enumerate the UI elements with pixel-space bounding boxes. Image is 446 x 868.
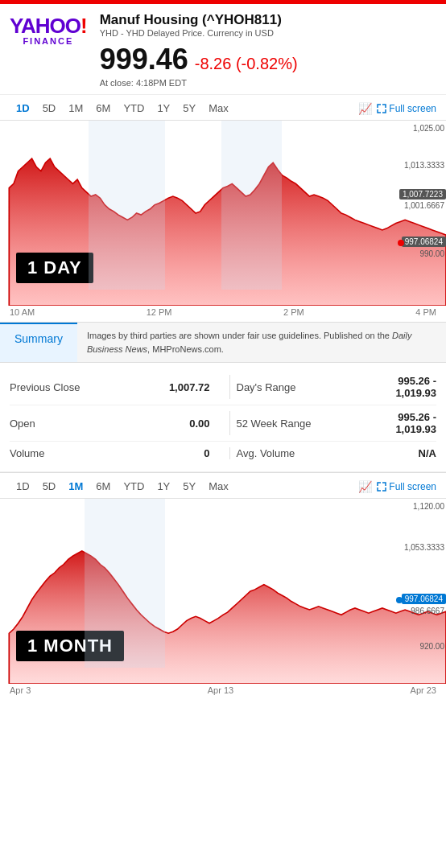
stat-divider-3 xyxy=(229,447,230,459)
chart1-end-dot xyxy=(398,240,404,246)
chart2-x-label-2: Apr 13 xyxy=(208,685,233,695)
stat-value-volume: 0 xyxy=(204,447,209,459)
chart1-time-tabs: 1D 5D 1M 6M YTD 1Y 5Y Max 📈 Full screen xyxy=(0,95,446,121)
fullscreen-label-chart1: Full screen xyxy=(389,103,436,114)
stat-label-volume: Volume xyxy=(10,447,44,459)
chart1-container: 1,025.00 1,013.3333 1,007.7223 1,001.666… xyxy=(0,121,446,306)
stock-title: Manuf Housing (^YHOH811) xyxy=(100,12,436,28)
tab-1d-chart2[interactable]: 1D xyxy=(10,478,36,495)
finance-text: FINANCE xyxy=(23,36,73,46)
tab-6m-chart1[interactable]: 6M xyxy=(89,100,117,117)
chart2-shaded-region xyxy=(85,499,165,668)
chart1-x-label-4: 4 PM xyxy=(415,307,436,317)
stats-table: Previous Close 1,007.72 Day's Range 995.… xyxy=(0,363,446,472)
shaded-region-1 xyxy=(89,121,165,290)
stat-divider-1 xyxy=(229,375,230,399)
stat-label-open: Open xyxy=(10,418,35,430)
stat-label-prev-close: Previous Close xyxy=(10,381,80,393)
stock-change: -8.26 (-0.82%) xyxy=(195,55,298,73)
tab-1m-chart2[interactable]: 1M xyxy=(62,478,89,495)
tab-max-chart2[interactable]: Max xyxy=(202,478,235,495)
chart1-y-label-2: 1,013.3333 xyxy=(404,161,444,170)
chart1-y-label-4: 990.00 xyxy=(419,249,444,258)
fullscreen-btn-chart1[interactable]: Full screen xyxy=(377,103,436,114)
stat-divider-2 xyxy=(229,411,230,435)
chart2-container: 1,120.00 1,053.3333 997.06824 986.6667 9… xyxy=(0,499,446,684)
tab-1d-chart1[interactable]: 1D xyxy=(10,100,36,117)
chart1-end-price-badge: 997.06824 xyxy=(402,237,446,247)
chart2-time-tabs: 1D 5D 1M 6M YTD 1Y 5Y Max 📈 Full screen xyxy=(0,473,446,499)
tab-5y-chart2[interactable]: 5Y xyxy=(176,478,202,495)
stat-cell-volume: Volume 0 xyxy=(10,447,223,459)
chart2-section: 1D 5D 1M 6M YTD 1Y 5Y Max 📈 Full screen xyxy=(0,472,446,697)
tab-5d-chart2[interactable]: 5D xyxy=(36,478,63,495)
stats-row-3: Volume 0 Avg. Volume N/A xyxy=(10,442,436,465)
tab-ytd-chart1[interactable]: YTD xyxy=(117,100,151,117)
yahoo-logo: YAHOO! FINANCE xyxy=(10,15,87,46)
chart2-end-price-badge: 997.06824 xyxy=(402,594,446,604)
stock-price-row: 999.46 -8.26 (-0.82%) xyxy=(100,43,436,76)
stat-cell-open: Open 0.00 xyxy=(10,411,223,435)
chart1-y-label-3: 1,001.6667 xyxy=(404,201,444,210)
fullscreen-label-chart2: Full screen xyxy=(389,481,436,492)
chart1-x-label-2: 12 PM xyxy=(147,307,172,317)
stat-value-avg-volume: N/A xyxy=(419,447,436,459)
fullscreen-btn-chart2[interactable]: Full screen xyxy=(377,481,436,492)
chart2-x-label-1: Apr 3 xyxy=(10,685,31,695)
tab-5y-chart1[interactable]: 5Y xyxy=(176,100,202,117)
stat-value-52wk: 995.26 -1,019.93 xyxy=(395,411,436,435)
chart2-y-label-1: 1,120.00 xyxy=(413,502,444,511)
stat-value-open: 0.00 xyxy=(189,418,209,430)
stock-close: At close: 4:18PM EDT xyxy=(100,78,436,88)
stat-value-prev-close: 1,007.72 xyxy=(169,381,210,393)
shaded-region-2 xyxy=(221,121,282,290)
stock-subtitle: YHD - YHD Delayed Price. Currency in USD xyxy=(100,28,436,38)
tab-1y-chart1[interactable]: 1Y xyxy=(151,100,176,117)
chart1-price-badge: 1,007.7223 xyxy=(399,189,446,200)
chart1-x-label-1: 10 AM xyxy=(10,307,35,317)
chart2-x-labels: Apr 3 Apr 13 Apr 23 xyxy=(0,684,446,697)
chart1-day-label: 1 DAY xyxy=(16,253,93,283)
stock-price: 999.46 xyxy=(100,43,188,76)
chart2-y-label-3: 986.6667 xyxy=(411,607,444,615)
header-section: YAHOO! FINANCE Manuf Housing (^YHOH811) … xyxy=(0,4,446,95)
stat-value-day-range: 995.26 -1,019.93 xyxy=(395,375,436,399)
chart-type-icon[interactable]: 📈 xyxy=(358,102,372,115)
summary-tabs-row: Summary Images by third parties are show… xyxy=(0,323,446,363)
tab-5d-chart1[interactable]: 5D xyxy=(36,100,63,117)
chart-type-icon-2[interactable]: 📈 xyxy=(358,480,372,493)
stat-label-avg-volume: Avg. Volume xyxy=(237,447,295,459)
stat-label-day-range: Day's Range xyxy=(237,381,296,393)
stock-info: Manuf Housing (^YHOH811) YHD - YHD Delay… xyxy=(100,12,436,88)
stat-cell-prev-close: Previous Close 1,007.72 xyxy=(10,375,223,399)
stats-row-2: Open 0.00 52 Week Range 995.26 -1,019.93 xyxy=(10,405,436,442)
stat-cell-52wk: 52 Week Range 995.26 -1,019.93 xyxy=(237,411,437,435)
chart2-end-dot xyxy=(396,597,403,603)
chart1-section: 1D 5D 1M 6M YTD 1Y 5Y Max 📈 Full screen xyxy=(0,95,446,323)
summary-notice: Images by third parties are shown under … xyxy=(77,323,446,362)
tab-max-chart1[interactable]: Max xyxy=(202,100,235,117)
chart1-x-labels: 10 AM 12 PM 2 PM 4 PM xyxy=(0,306,446,319)
tab-ytd-chart2[interactable]: YTD xyxy=(117,478,151,495)
chart1-x-label-3: 2 PM xyxy=(283,307,304,317)
tab-6m-chart2[interactable]: 6M xyxy=(89,478,117,495)
tab-1y-chart2[interactable]: 1Y xyxy=(151,478,176,495)
chart2-x-label-3: Apr 23 xyxy=(411,685,436,695)
stat-label-52wk: 52 Week Range xyxy=(237,418,312,430)
stat-cell-avg-volume: Avg. Volume N/A xyxy=(237,447,437,459)
stats-row-1: Previous Close 1,007.72 Day's Range 995.… xyxy=(10,369,436,405)
tab-1m-chart1[interactable]: 1M xyxy=(62,100,89,117)
chart2-y-label-4: 920.00 xyxy=(419,642,444,651)
summary-tab[interactable]: Summary xyxy=(0,323,77,362)
stat-cell-day-range: Day's Range 995.26 -1,019.93 xyxy=(237,375,437,399)
chart1-y-label-1: 1,025.00 xyxy=(413,124,444,133)
chart2-y-label-2: 1,053.3333 xyxy=(404,543,444,552)
yahoo-text: YAHOO! xyxy=(10,15,87,36)
